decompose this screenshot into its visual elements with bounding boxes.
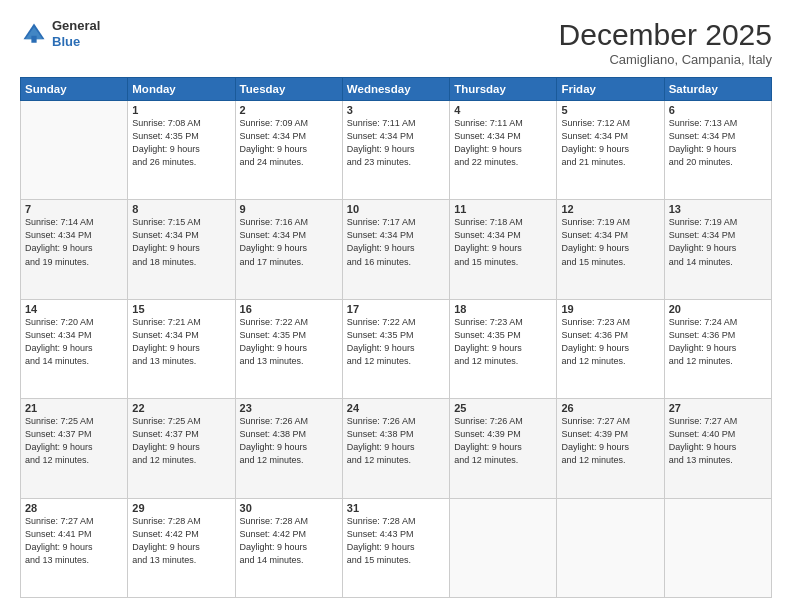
day-cell: 13Sunrise: 7:19 AMSunset: 4:34 PMDayligh…	[664, 200, 771, 299]
day-number: 26	[561, 402, 659, 414]
day-number: 30	[240, 502, 338, 514]
day-cell: 12Sunrise: 7:19 AMSunset: 4:34 PMDayligh…	[557, 200, 664, 299]
day-number: 5	[561, 104, 659, 116]
svg-rect-2	[31, 35, 36, 42]
day-number: 12	[561, 203, 659, 215]
day-number: 17	[347, 303, 445, 315]
day-number: 24	[347, 402, 445, 414]
day-number: 19	[561, 303, 659, 315]
day-info: Sunrise: 7:26 AMSunset: 4:38 PMDaylight:…	[240, 415, 338, 467]
day-number: 2	[240, 104, 338, 116]
day-info: Sunrise: 7:13 AMSunset: 4:34 PMDaylight:…	[669, 117, 767, 169]
calendar-week-row: 14Sunrise: 7:20 AMSunset: 4:34 PMDayligh…	[21, 299, 772, 398]
day-cell: 25Sunrise: 7:26 AMSunset: 4:39 PMDayligh…	[450, 399, 557, 498]
day-cell: 21Sunrise: 7:25 AMSunset: 4:37 PMDayligh…	[21, 399, 128, 498]
header: General Blue December 2025 Camigliano, C…	[20, 18, 772, 67]
header-tuesday: Tuesday	[235, 78, 342, 101]
day-number: 31	[347, 502, 445, 514]
header-thursday: Thursday	[450, 78, 557, 101]
day-info: Sunrise: 7:24 AMSunset: 4:36 PMDaylight:…	[669, 316, 767, 368]
day-cell: 7Sunrise: 7:14 AMSunset: 4:34 PMDaylight…	[21, 200, 128, 299]
month-title: December 2025	[559, 18, 772, 52]
day-info: Sunrise: 7:21 AMSunset: 4:34 PMDaylight:…	[132, 316, 230, 368]
day-info: Sunrise: 7:25 AMSunset: 4:37 PMDaylight:…	[25, 415, 123, 467]
day-cell: 3Sunrise: 7:11 AMSunset: 4:34 PMDaylight…	[342, 101, 449, 200]
day-number: 27	[669, 402, 767, 414]
calendar-header-row: SundayMondayTuesdayWednesdayThursdayFrid…	[21, 78, 772, 101]
day-info: Sunrise: 7:11 AMSunset: 4:34 PMDaylight:…	[454, 117, 552, 169]
logo-blue-text: Blue	[52, 34, 80, 49]
day-info: Sunrise: 7:12 AMSunset: 4:34 PMDaylight:…	[561, 117, 659, 169]
empty-cell	[557, 498, 664, 597]
day-cell: 19Sunrise: 7:23 AMSunset: 4:36 PMDayligh…	[557, 299, 664, 398]
day-number: 10	[347, 203, 445, 215]
empty-cell	[664, 498, 771, 597]
calendar-week-row: 7Sunrise: 7:14 AMSunset: 4:34 PMDaylight…	[21, 200, 772, 299]
day-number: 21	[25, 402, 123, 414]
day-cell: 2Sunrise: 7:09 AMSunset: 4:34 PMDaylight…	[235, 101, 342, 200]
day-cell: 10Sunrise: 7:17 AMSunset: 4:34 PMDayligh…	[342, 200, 449, 299]
logo: General Blue	[20, 18, 100, 49]
day-info: Sunrise: 7:27 AMSunset: 4:40 PMDaylight:…	[669, 415, 767, 467]
calendar-week-row: 28Sunrise: 7:27 AMSunset: 4:41 PMDayligh…	[21, 498, 772, 597]
day-cell: 6Sunrise: 7:13 AMSunset: 4:34 PMDaylight…	[664, 101, 771, 200]
day-cell: 11Sunrise: 7:18 AMSunset: 4:34 PMDayligh…	[450, 200, 557, 299]
day-number: 29	[132, 502, 230, 514]
page: General Blue December 2025 Camigliano, C…	[0, 0, 792, 612]
day-info: Sunrise: 7:20 AMSunset: 4:34 PMDaylight:…	[25, 316, 123, 368]
header-wednesday: Wednesday	[342, 78, 449, 101]
day-number: 15	[132, 303, 230, 315]
day-cell: 17Sunrise: 7:22 AMSunset: 4:35 PMDayligh…	[342, 299, 449, 398]
day-number: 13	[669, 203, 767, 215]
day-info: Sunrise: 7:09 AMSunset: 4:34 PMDaylight:…	[240, 117, 338, 169]
location: Camigliano, Campania, Italy	[559, 52, 772, 67]
day-cell: 5Sunrise: 7:12 AMSunset: 4:34 PMDaylight…	[557, 101, 664, 200]
day-info: Sunrise: 7:15 AMSunset: 4:34 PMDaylight:…	[132, 216, 230, 268]
day-number: 22	[132, 402, 230, 414]
calendar-week-row: 1Sunrise: 7:08 AMSunset: 4:35 PMDaylight…	[21, 101, 772, 200]
day-info: Sunrise: 7:11 AMSunset: 4:34 PMDaylight:…	[347, 117, 445, 169]
day-info: Sunrise: 7:19 AMSunset: 4:34 PMDaylight:…	[669, 216, 767, 268]
day-info: Sunrise: 7:14 AMSunset: 4:34 PMDaylight:…	[25, 216, 123, 268]
day-number: 23	[240, 402, 338, 414]
day-info: Sunrise: 7:25 AMSunset: 4:37 PMDaylight:…	[132, 415, 230, 467]
day-cell: 9Sunrise: 7:16 AMSunset: 4:34 PMDaylight…	[235, 200, 342, 299]
empty-cell	[21, 101, 128, 200]
day-cell: 4Sunrise: 7:11 AMSunset: 4:34 PMDaylight…	[450, 101, 557, 200]
logo-icon	[20, 20, 48, 48]
day-number: 1	[132, 104, 230, 116]
day-info: Sunrise: 7:16 AMSunset: 4:34 PMDaylight:…	[240, 216, 338, 268]
header-monday: Monday	[128, 78, 235, 101]
day-cell: 27Sunrise: 7:27 AMSunset: 4:40 PMDayligh…	[664, 399, 771, 498]
header-friday: Friday	[557, 78, 664, 101]
day-number: 11	[454, 203, 552, 215]
day-info: Sunrise: 7:23 AMSunset: 4:36 PMDaylight:…	[561, 316, 659, 368]
day-number: 16	[240, 303, 338, 315]
day-info: Sunrise: 7:19 AMSunset: 4:34 PMDaylight:…	[561, 216, 659, 268]
header-saturday: Saturday	[664, 78, 771, 101]
day-cell: 20Sunrise: 7:24 AMSunset: 4:36 PMDayligh…	[664, 299, 771, 398]
logo-general-text: General	[52, 18, 100, 33]
empty-cell	[450, 498, 557, 597]
day-number: 8	[132, 203, 230, 215]
day-info: Sunrise: 7:27 AMSunset: 4:41 PMDaylight:…	[25, 515, 123, 567]
day-cell: 24Sunrise: 7:26 AMSunset: 4:38 PMDayligh…	[342, 399, 449, 498]
day-cell: 30Sunrise: 7:28 AMSunset: 4:42 PMDayligh…	[235, 498, 342, 597]
day-number: 4	[454, 104, 552, 116]
day-number: 9	[240, 203, 338, 215]
day-number: 3	[347, 104, 445, 116]
day-number: 18	[454, 303, 552, 315]
day-cell: 26Sunrise: 7:27 AMSunset: 4:39 PMDayligh…	[557, 399, 664, 498]
calendar-week-row: 21Sunrise: 7:25 AMSunset: 4:37 PMDayligh…	[21, 399, 772, 498]
header-sunday: Sunday	[21, 78, 128, 101]
day-number: 6	[669, 104, 767, 116]
day-cell: 31Sunrise: 7:28 AMSunset: 4:43 PMDayligh…	[342, 498, 449, 597]
day-cell: 23Sunrise: 7:26 AMSunset: 4:38 PMDayligh…	[235, 399, 342, 498]
day-cell: 1Sunrise: 7:08 AMSunset: 4:35 PMDaylight…	[128, 101, 235, 200]
day-number: 14	[25, 303, 123, 315]
day-info: Sunrise: 7:22 AMSunset: 4:35 PMDaylight:…	[240, 316, 338, 368]
day-number: 28	[25, 502, 123, 514]
day-info: Sunrise: 7:22 AMSunset: 4:35 PMDaylight:…	[347, 316, 445, 368]
day-cell: 22Sunrise: 7:25 AMSunset: 4:37 PMDayligh…	[128, 399, 235, 498]
day-info: Sunrise: 7:28 AMSunset: 4:43 PMDaylight:…	[347, 515, 445, 567]
